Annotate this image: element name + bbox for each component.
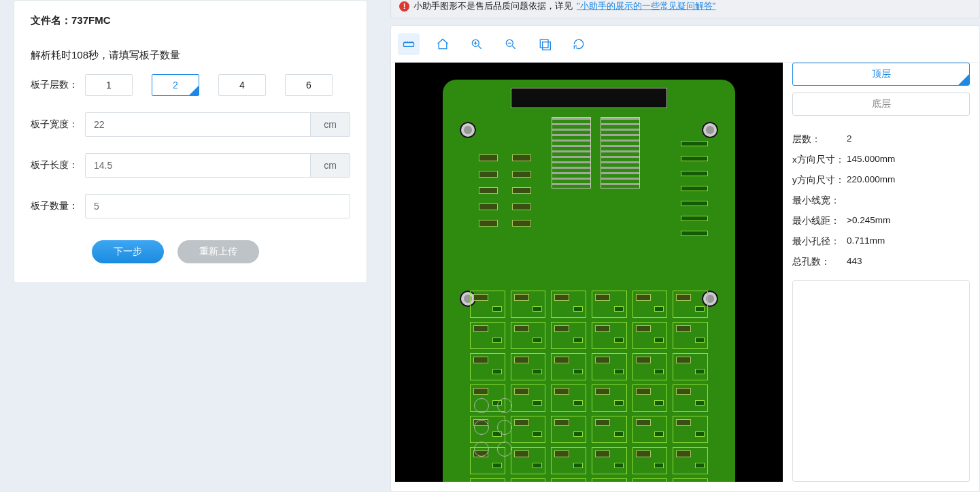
zoom-out-icon[interactable] xyxy=(500,33,522,55)
pcb-led xyxy=(474,420,489,435)
svg-rect-4 xyxy=(543,42,551,50)
board-meta-list: 层数：2 x方向尺寸：145.000mm y方向尺寸：220.000mm 最小线… xyxy=(792,133,970,276)
measure-tool-icon[interactable] xyxy=(398,33,420,55)
mounting-hole xyxy=(460,122,476,138)
zoom-in-icon[interactable] xyxy=(466,33,488,55)
info-bar-link[interactable]: "小助手的展示的一些常见疑问解答" xyxy=(577,0,715,12)
width-input[interactable] xyxy=(86,113,310,136)
refresh-icon[interactable] xyxy=(568,33,590,55)
svg-rect-3 xyxy=(540,39,548,48)
width-label: 板子宽度： xyxy=(31,118,85,131)
layer-option-2[interactable]: 2 xyxy=(152,74,199,96)
meta-xdim-label: x方向尺寸： xyxy=(792,154,847,166)
pcb-top-rows xyxy=(479,154,642,227)
alert-icon: ! xyxy=(399,1,409,12)
meta-layers-label: 层数： xyxy=(792,133,847,146)
meta-min-gap-value: >0.245mm xyxy=(847,215,890,227)
pcb-led xyxy=(497,442,512,457)
info-bar-text: 小助手图形不是售后品质问题依据，详见 xyxy=(413,0,573,12)
pcb-preview-canvas[interactable] xyxy=(395,63,783,482)
pcb-led xyxy=(497,420,512,435)
layer-option-1[interactable]: 1 xyxy=(85,74,133,96)
pcb-connector xyxy=(511,88,667,108)
info-bar: ! 小助手图形不是售后品质问题依据，详见 "小助手的展示的一些常见疑问解答" xyxy=(390,0,980,18)
reupload-button[interactable]: 重新上传 xyxy=(178,240,259,263)
file-name-label: 文件名： xyxy=(31,14,71,26)
meta-xdim-value: 145.000mm xyxy=(847,154,895,166)
meta-ydim-value: 220.000mm xyxy=(847,174,895,186)
pcb-right-pairs xyxy=(681,141,708,236)
fit-screen-icon[interactable] xyxy=(534,33,556,55)
file-name-line: 文件名：737FMC xyxy=(31,14,350,27)
notes-box xyxy=(792,280,970,482)
width-unit: cm xyxy=(310,113,350,136)
layers-label: 板子层数： xyxy=(31,79,85,91)
file-name-value: 737FMC xyxy=(71,14,111,26)
meta-holes-label: 总孔数： xyxy=(792,256,847,268)
meta-layers-value: 2 xyxy=(847,133,852,146)
layer-option-6[interactable]: 6 xyxy=(285,74,333,96)
pcb-board xyxy=(443,80,735,482)
pcb-led xyxy=(474,442,489,457)
meta-min-trace-label: 最小线宽： xyxy=(792,195,847,207)
parse-info-text: 解析耗时108秒，请填写板子数量 xyxy=(31,49,350,62)
layer-option-4[interactable]: 4 xyxy=(218,74,266,96)
mounting-hole xyxy=(702,122,718,138)
meta-min-hole-value: 0.711mm xyxy=(847,235,885,248)
tab-bottom-layer[interactable]: 底层 xyxy=(792,93,970,116)
pcb-led xyxy=(474,398,489,413)
meta-ydim-label: y方向尺寸： xyxy=(792,174,847,186)
home-icon[interactable] xyxy=(432,33,454,55)
next-button[interactable]: 下一步 xyxy=(92,240,164,263)
qty-label: 板子数量： xyxy=(31,200,85,212)
layer-info-column: 顶层 底层 层数：2 x方向尺寸：145.000mm y方向尺寸：220.000… xyxy=(792,63,970,482)
meta-min-gap-label: 最小线距： xyxy=(792,215,847,227)
meta-min-hole-label: 最小孔径： xyxy=(792,235,847,248)
tab-top-layer[interactable]: 顶层 xyxy=(792,63,970,86)
meta-holes-value: 443 xyxy=(847,256,862,268)
pcb-led xyxy=(497,398,512,413)
length-unit: cm xyxy=(310,154,350,177)
qty-input[interactable] xyxy=(86,195,350,218)
layers-options: 1 2 4 6 xyxy=(85,74,333,96)
viewer-toolbar xyxy=(391,26,979,63)
length-input[interactable] xyxy=(86,154,310,177)
length-label: 板子长度： xyxy=(31,159,85,171)
svg-rect-0 xyxy=(404,42,414,46)
